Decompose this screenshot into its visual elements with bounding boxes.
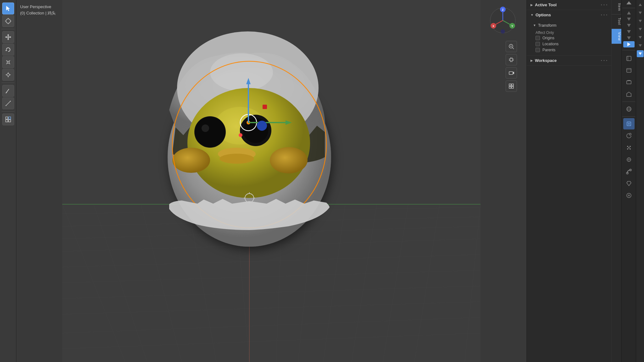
arrow-right-active[interactable]: [623, 41, 635, 47]
toolbar-separator-1: [2, 29, 14, 29]
active-tool-title: Active Tool: [535, 3, 557, 7]
svg-point-78: [219, 154, 254, 164]
svg-point-1: [6, 19, 10, 23]
parents-checkbox[interactable]: [536, 48, 540, 52]
rt-arrow-down-1[interactable]: [637, 9, 644, 16]
zoom-in-button[interactable]: [506, 41, 517, 52]
view-layer-properties-button[interactable]: [623, 77, 635, 88]
cursor-tool-button[interactable]: [2, 15, 14, 27]
svg-line-14: [6, 60, 7, 61]
transform-header[interactable]: ▼ Transform: [530, 22, 608, 30]
workspace-title: Workspace: [535, 58, 557, 63]
add-tool-button[interactable]: [2, 113, 14, 125]
rt-arrow-down-3[interactable]: [637, 26, 644, 33]
output-properties-button[interactable]: [623, 65, 635, 76]
svg-point-99: [501, 29, 505, 34]
options-header[interactable]: ▼ Options • • •: [527, 10, 611, 20]
svg-rect-31: [8, 120, 11, 122]
svg-rect-110: [512, 86, 514, 88]
arrow-up[interactable]: [623, 10, 635, 16]
camera-view-button[interactable]: [506, 67, 517, 79]
arrow-down-2[interactable]: [623, 22, 635, 29]
transform-chevron: ▼: [533, 24, 536, 27]
toolbar-separator-2: [2, 83, 14, 83]
options-section: ▼ Options • • • ▼ Transform Affect Only …: [527, 10, 611, 56]
properties-panel: ▶ Active Tool • • • ▼ Options • • • ▼ Tr…: [526, 0, 611, 362]
origins-label: Origins: [542, 36, 554, 40]
physics-properties-button[interactable]: [623, 154, 635, 165]
svg-marker-10: [5, 36, 7, 38]
svg-rect-108: [512, 84, 514, 86]
viewport-area[interactable]: User Perspective (0) Collection | 鸡头 Z Y…: [16, 0, 526, 362]
data-properties-button[interactable]: [623, 178, 635, 189]
properties-icon-panel: [621, 0, 636, 362]
grid-view-button[interactable]: [506, 80, 517, 92]
move-tool-button[interactable]: [2, 31, 14, 43]
svg-line-24: [6, 92, 7, 93]
svg-rect-29: [8, 117, 11, 119]
rt-active-indicator[interactable]: [637, 50, 644, 57]
svg-point-81: [239, 133, 242, 137]
active-tool-chevron: ▶: [530, 3, 533, 7]
svg-rect-109: [509, 86, 511, 88]
arrow-down-3[interactable]: [623, 29, 635, 35]
render-properties-button[interactable]: [623, 53, 635, 64]
svg-point-67: [202, 124, 209, 132]
svg-point-131: [630, 146, 631, 147]
svg-rect-28: [6, 117, 8, 119]
world-properties-button[interactable]: [623, 103, 635, 115]
measure-tool-button[interactable]: [2, 97, 14, 109]
svg-marker-11: [10, 36, 11, 38]
tab-view[interactable]: View: [612, 29, 621, 44]
svg-marker-143: [639, 12, 642, 14]
svg-text:X: X: [492, 25, 494, 28]
transform-tool-button[interactable]: [2, 69, 14, 81]
viewport-canvas: User Perspective (0) Collection | 鸡头 Z Y…: [16, 0, 526, 362]
svg-point-66: [195, 117, 225, 147]
options-title: Options: [536, 13, 551, 17]
scene-properties-button[interactable]: [623, 89, 635, 100]
rotate-tool-button[interactable]: [2, 44, 14, 56]
svg-point-80: [270, 147, 308, 173]
arrow-down-1[interactable]: [623, 16, 635, 22]
annotate-tool-button[interactable]: [2, 85, 14, 97]
locations-checkbox[interactable]: [536, 42, 540, 46]
svg-marker-8: [7, 34, 9, 36]
origins-checkbox[interactable]: [536, 36, 540, 40]
axis-gizmo[interactable]: Z Y X: [489, 6, 517, 35]
arrow-down-4[interactable]: [623, 35, 635, 41]
viewport-controls: [506, 41, 517, 92]
pan-button[interactable]: [506, 54, 517, 65]
svg-point-130: [627, 146, 628, 147]
svg-point-18: [7, 74, 9, 76]
workspace-header[interactable]: ▶ Workspace • • •: [527, 56, 611, 65]
svg-marker-0: [6, 6, 10, 11]
svg-point-132: [627, 148, 628, 150]
rt-arrow-up[interactable]: [637, 1, 644, 8]
svg-rect-122: [627, 81, 631, 84]
svg-rect-30: [6, 120, 8, 122]
select-tool-button[interactable]: [2, 3, 14, 14]
workspace-section: ▶ Workspace • • •: [527, 56, 611, 66]
svg-marker-116: [627, 36, 631, 40]
locations-label: Locations: [542, 42, 558, 46]
workspace-dots: • • •: [601, 59, 608, 62]
svg-marker-148: [639, 52, 642, 55]
tab-tool[interactable]: Tool: [612, 14, 621, 29]
rt-arrow-down-2[interactable]: [637, 18, 644, 25]
options-header-left: ▼ Options: [530, 13, 551, 17]
svg-point-133: [630, 148, 631, 150]
rt-arrow-down-4[interactable]: [637, 34, 644, 41]
active-tool-header[interactable]: ▶ Active Tool • • •: [527, 0, 611, 10]
scale-tool-button[interactable]: [2, 56, 14, 68]
svg-rect-83: [263, 105, 267, 109]
affect-only-label: Affect Only: [536, 30, 561, 35]
constraints-properties-button[interactable]: [623, 166, 635, 177]
modifier-properties-button[interactable]: [623, 130, 635, 141]
material-properties-button[interactable]: [623, 190, 635, 201]
object-properties-button[interactable]: [623, 118, 635, 129]
rt-arrow-down-5[interactable]: [637, 42, 644, 49]
tab-item[interactable]: Item: [612, 0, 621, 14]
svg-marker-114: [627, 24, 631, 27]
particles-properties-button[interactable]: [623, 142, 635, 153]
